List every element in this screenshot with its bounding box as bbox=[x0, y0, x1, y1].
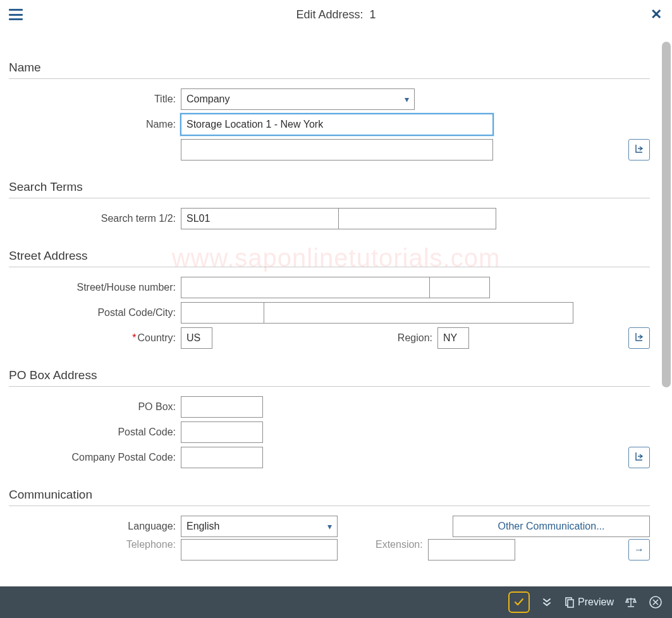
expand-icon bbox=[634, 143, 644, 156]
section-header-search: Search Terms bbox=[9, 180, 650, 198]
title-label: Title: bbox=[9, 94, 181, 105]
country-label: *Country: bbox=[9, 332, 181, 344]
telephone-label: Telephone: bbox=[9, 539, 181, 550]
expand-icon bbox=[634, 332, 644, 344]
house-number-input[interactable] bbox=[429, 277, 490, 298]
language-select[interactable]: English ▾ bbox=[181, 516, 338, 537]
double-chevron-down-icon bbox=[541, 597, 553, 608]
scales-icon bbox=[625, 596, 637, 609]
arrow-right-icon: → bbox=[634, 544, 644, 555]
postal-city-label: Postal Code/City: bbox=[9, 307, 181, 318]
chevron-down-icon: ▾ bbox=[405, 94, 409, 104]
expand-icon bbox=[634, 451, 644, 464]
company-postal-label: Company Postal Code: bbox=[9, 452, 181, 463]
street-label: Street/House number: bbox=[9, 282, 181, 293]
expand-name-button[interactable] bbox=[628, 139, 650, 161]
balance-button[interactable] bbox=[624, 591, 638, 613]
postal-code-input[interactable] bbox=[181, 302, 264, 324]
po-postal-input[interactable] bbox=[181, 421, 263, 443]
svg-rect-1 bbox=[568, 600, 573, 607]
telephone-input[interactable] bbox=[181, 539, 338, 560]
po-box-label: PO Box: bbox=[9, 401, 181, 413]
city-input[interactable] bbox=[264, 302, 573, 324]
section-header-pobox: PO Box Address bbox=[9, 368, 650, 387]
region-input[interactable] bbox=[437, 327, 469, 349]
search-term2-input[interactable] bbox=[338, 208, 496, 229]
accept-button[interactable] bbox=[508, 591, 530, 613]
section-header-street: Street Address bbox=[9, 249, 650, 267]
region-label: Region: bbox=[388, 332, 437, 344]
extension-label: Extension: bbox=[376, 539, 428, 550]
cancel-button[interactable] bbox=[648, 591, 663, 613]
search-term-label: Search term 1/2: bbox=[9, 213, 181, 224]
scrollbar-thumb[interactable] bbox=[662, 42, 671, 387]
search-term1-input[interactable] bbox=[181, 208, 339, 229]
extension-input[interactable] bbox=[428, 539, 515, 560]
section-header-comm: Communication bbox=[9, 488, 650, 506]
po-postal-label: Postal Code: bbox=[9, 427, 181, 438]
scrollbar[interactable] bbox=[662, 42, 671, 574]
language-label: Language: bbox=[9, 521, 181, 532]
footer-toolbar: Preview bbox=[0, 586, 672, 618]
preview-label: Preview bbox=[578, 597, 614, 608]
other-communication-button[interactable]: Other Communication... bbox=[453, 516, 650, 537]
section-header-name: Name bbox=[9, 61, 650, 79]
company-postal-input[interactable] bbox=[181, 447, 263, 468]
expand-street-button[interactable] bbox=[628, 327, 650, 349]
name-input[interactable] bbox=[181, 114, 493, 135]
expand-down-button[interactable] bbox=[540, 591, 554, 613]
title-select[interactable]: Company ▾ bbox=[181, 88, 415, 110]
form-viewport: www.saponlinetutorials.com Name Title: C… bbox=[0, 29, 672, 586]
expand-pobox-button[interactable] bbox=[628, 447, 650, 468]
preview-button[interactable]: Preview bbox=[564, 591, 614, 613]
page-title: Edit Address:1 bbox=[296, 8, 376, 21]
po-box-input[interactable] bbox=[181, 396, 263, 418]
name2-input[interactable] bbox=[181, 139, 493, 161]
name-label: Name: bbox=[9, 119, 181, 130]
menu-icon[interactable] bbox=[9, 9, 23, 20]
title-bar: Edit Address:1 ✕ bbox=[0, 0, 672, 29]
more-telephone-button[interactable]: → bbox=[628, 539, 650, 560]
street-input[interactable] bbox=[181, 277, 430, 298]
chevron-down-icon: ▾ bbox=[327, 521, 332, 531]
check-icon bbox=[513, 597, 525, 608]
close-icon[interactable]: ✕ bbox=[649, 6, 663, 23]
cancel-circle-icon bbox=[649, 595, 663, 609]
preview-icon bbox=[564, 597, 575, 608]
country-input[interactable] bbox=[181, 327, 212, 349]
